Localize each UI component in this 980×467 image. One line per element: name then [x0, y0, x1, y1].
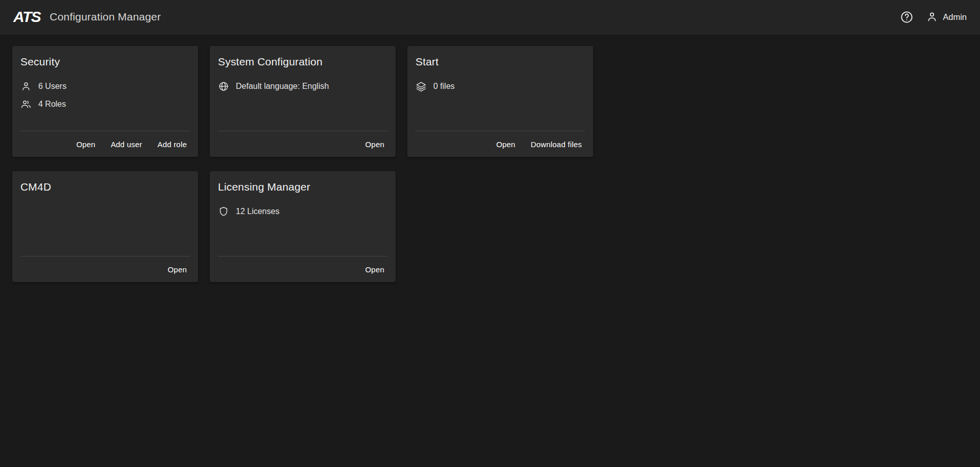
card-title: System Configuration: [210, 46, 396, 68]
open-button[interactable]: Open: [162, 262, 193, 277]
card-title: Security: [12, 46, 198, 68]
card-content: Default language: English: [210, 68, 396, 131]
default-language-label: Default language: English: [236, 82, 329, 91]
header-actions: Admin: [900, 10, 967, 24]
card-title: Licensing Manager: [210, 171, 396, 193]
layers-icon: [415, 81, 427, 92]
app-title: Configuration Manager: [50, 11, 161, 23]
user-icon: [20, 81, 32, 92]
default-language-row: Default language: English: [218, 81, 387, 92]
card-cm4d: CM4D Open: [12, 171, 198, 282]
help-button[interactable]: [900, 10, 914, 24]
card-actions: Open Add user Add role: [12, 131, 198, 157]
card-title: CM4D: [12, 171, 198, 193]
files-count-label: 0 files: [433, 82, 455, 91]
card-actions: Open: [12, 256, 198, 282]
globe-icon: [218, 81, 229, 92]
card-system-configuration: System Configuration Default language: E…: [210, 46, 396, 157]
app-header: ATS Configuration Manager Admin: [0, 0, 980, 34]
card-actions: Open: [210, 131, 396, 157]
card-title: Start: [407, 46, 593, 68]
open-button[interactable]: Open: [70, 136, 102, 152]
main-content: Security 6 Users: [0, 34, 980, 294]
add-role-button[interactable]: Add role: [152, 136, 193, 152]
open-button[interactable]: Open: [359, 262, 391, 277]
licenses-count-row: 12 Licenses: [218, 206, 387, 217]
licenses-count-label: 12 Licenses: [236, 207, 279, 216]
user-label: Admin: [943, 12, 967, 22]
card-actions: Open: [210, 256, 396, 282]
open-button[interactable]: Open: [359, 136, 391, 152]
users-count-label: 6 Users: [38, 82, 66, 91]
card-security: Security 6 Users: [12, 46, 198, 157]
download-files-button[interactable]: Download files: [525, 136, 588, 152]
roles-count-row: 4 Roles: [20, 99, 190, 110]
card-licensing-manager: Licensing Manager 12 Licenses Open: [210, 171, 396, 282]
files-count-row: 0 files: [415, 81, 585, 92]
open-button[interactable]: Open: [490, 136, 522, 152]
user-menu-button[interactable]: Admin: [926, 11, 967, 23]
help-icon: [900, 10, 914, 24]
card-content: 0 files: [407, 68, 593, 131]
roles-count-label: 4 Roles: [38, 100, 66, 109]
shield-icon: [218, 206, 229, 217]
add-user-button[interactable]: Add user: [105, 136, 149, 152]
card-content: 12 Licenses: [210, 193, 396, 256]
card-content: 6 Users 4 Roles: [12, 68, 198, 131]
users-icon: [20, 99, 32, 110]
users-count-row: 6 Users: [20, 81, 190, 92]
card-actions: Open Download files: [407, 131, 593, 157]
card-grid: Security 6 Users: [12, 46, 968, 282]
ats-logo: ATS: [13, 8, 40, 26]
person-icon: [926, 11, 938, 23]
card-content: [12, 193, 198, 256]
card-start: Start 0 files Open Download files: [407, 46, 593, 157]
